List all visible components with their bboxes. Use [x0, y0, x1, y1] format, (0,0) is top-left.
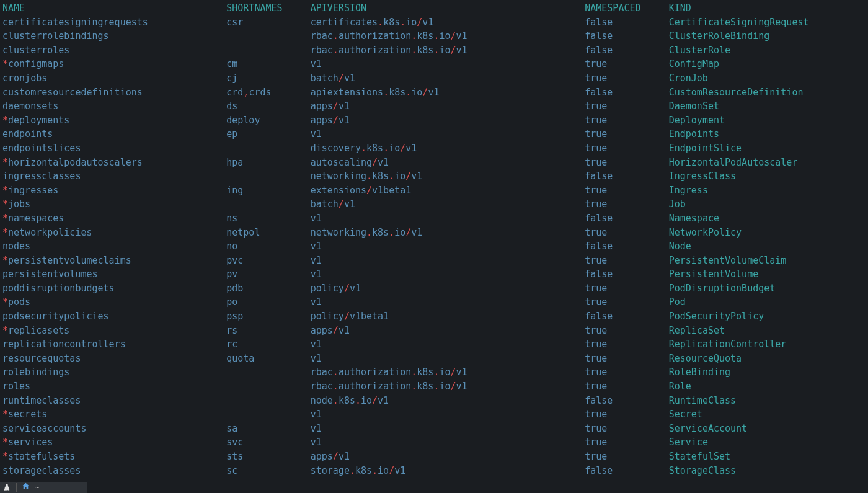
table-row[interactable]: serviceaccounts sa v1 true ServiceAccoun…: [2, 422, 866, 436]
table-row[interactable]: *horizontalpodautoscalers hpa autoscalin…: [2, 156, 866, 170]
table-row[interactable]: *statefulsets sts apps/v1 true StatefulS…: [2, 450, 866, 464]
table-row[interactable]: rolebindings rbac.authorization.k8s.io/v…: [2, 365, 866, 380]
table-row[interactable]: *namespaces ns v1 false Namespace: [2, 211, 866, 226]
table-row[interactable]: endpointslices discovery.k8s.io/v1 true …: [2, 141, 866, 156]
table-row[interactable]: *networkpolicies netpol networking.k8s.i…: [2, 226, 866, 240]
table-row[interactable]: *configmaps cm v1 true ConfigMap: [2, 57, 866, 71]
table-row[interactable]: storageclasses sc storage.k8s.io/v1 fals…: [2, 464, 866, 478]
table-row[interactable]: podsecuritypolicies psp policy/v1beta1 f…: [2, 309, 866, 324]
tux-icon: [2, 483, 11, 492]
table-row[interactable]: *services svc v1 true Service: [2, 435, 866, 450]
table-row[interactable]: *replicasets rs apps/v1 true ReplicaSet: [2, 324, 866, 338]
table-row[interactable]: resourcequotas quota v1 true ResourceQuo…: [2, 352, 866, 366]
table-row[interactable]: persistentvolumes pv v1 false Persistent…: [2, 267, 866, 282]
table-row[interactable]: *secrets v1 true Secret: [2, 407, 866, 422]
home-icon[interactable]: [22, 481, 30, 493]
table-row[interactable]: certificatesigningrequests csr certifica…: [2, 16, 866, 30]
table-row[interactable]: clusterroles rbac.authorization.k8s.io/v…: [2, 43, 866, 58]
taskbar-separator: [16, 483, 17, 492]
table-row[interactable]: *jobs batch/v1 true Job: [2, 197, 866, 211]
table-row[interactable]: ingressclasses networking.k8s.io/v1 fals…: [2, 169, 866, 184]
taskbar: ~: [0, 482, 87, 493]
table-row[interactable]: clusterrolebindings rbac.authorization.k…: [2, 29, 866, 43]
table-row[interactable]: cronjobs cj batch/v1 true CronJob: [2, 71, 866, 86]
table-row[interactable]: *persistentvolumeclaims pvc v1 true Pers…: [2, 254, 866, 268]
table-header: NAME SHORTNAMES APIVERSION NAMESPACED KI…: [2, 1, 866, 16]
table-row[interactable]: *pods po v1 true Pod: [2, 295, 866, 309]
terminal-output[interactable]: NAME SHORTNAMES APIVERSION NAMESPACED KI…: [0, 0, 868, 479]
table-row[interactable]: replicationcontrollers rc v1 true Replic…: [2, 337, 866, 352]
table-row[interactable]: daemonsets ds apps/v1 true DaemonSet: [2, 99, 866, 113]
table-row[interactable]: endpoints ep v1 true Endpoints: [2, 127, 866, 141]
table-row[interactable]: nodes no v1 false Node: [2, 239, 866, 254]
path-tilde: ~: [35, 481, 39, 493]
table-row[interactable]: runtimeclasses node.k8s.io/v1 false Runt…: [2, 394, 866, 408]
table-row[interactable]: customresourcedefinitions crd,crds apiex…: [2, 86, 866, 100]
table-row[interactable]: *ingresses ing extensions/v1beta1 true I…: [2, 184, 866, 198]
table-row[interactable]: *deployments deploy apps/v1 true Deploym…: [2, 113, 866, 128]
table-row[interactable]: poddisruptionbudgets pdb policy/v1 true …: [2, 282, 866, 296]
table-row[interactable]: roles rbac.authorization.k8s.io/v1 true …: [2, 380, 866, 394]
